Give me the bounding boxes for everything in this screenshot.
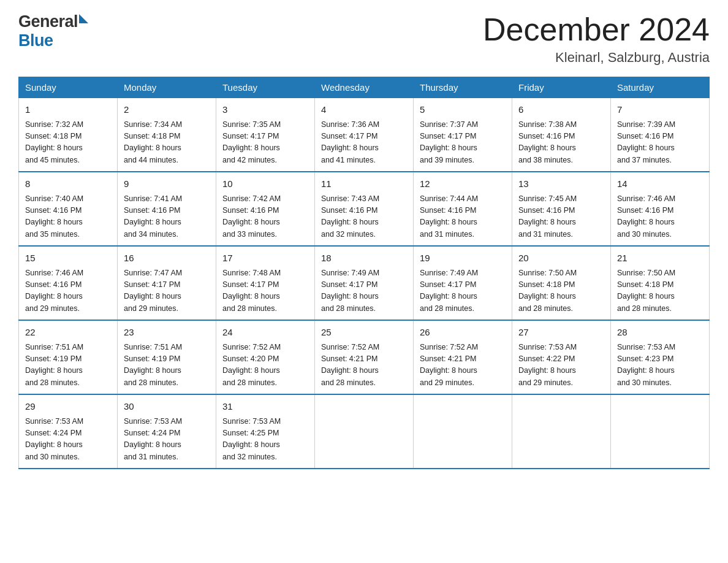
title-area: December 2024 Kleinarl, Salzburg, Austri…: [483, 12, 710, 66]
logo-blue: Blue: [18, 31, 88, 50]
day-info: Sunrise: 7:37 AMSunset: 4:17 PMDaylight:…: [420, 119, 506, 167]
day-number: 18: [321, 251, 407, 266]
day-info: Sunrise: 7:47 AMSunset: 4:17 PMDaylight:…: [124, 267, 210, 315]
day-number: 1: [25, 103, 111, 117]
day-number: 30: [124, 400, 210, 414]
day-info: Sunrise: 7:53 AMSunset: 4:23 PMDaylight:…: [617, 342, 703, 389]
logo-area: General Blue: [18, 12, 88, 50]
calendar-cell: 6Sunrise: 7:38 AMSunset: 4:16 PMDaylight…: [512, 98, 611, 172]
day-info: Sunrise: 7:53 AMSunset: 4:24 PMDaylight:…: [25, 416, 111, 464]
calendar-cell: 12Sunrise: 7:44 AMSunset: 4:16 PMDayligh…: [414, 172, 512, 246]
day-info: Sunrise: 7:52 AMSunset: 4:20 PMDaylight:…: [222, 342, 308, 389]
day-number: 7: [617, 103, 703, 117]
day-info: Sunrise: 7:34 AMSunset: 4:18 PMDaylight:…: [124, 119, 210, 167]
day-number: 2: [124, 103, 210, 117]
calendar-cell: [414, 394, 512, 469]
calendar-cell: 16Sunrise: 7:47 AMSunset: 4:17 PMDayligh…: [118, 246, 216, 320]
day-number: 15: [25, 251, 111, 266]
day-info: Sunrise: 7:52 AMSunset: 4:21 PMDaylight:…: [420, 342, 506, 389]
day-number: 19: [420, 251, 506, 266]
day-info: Sunrise: 7:44 AMSunset: 4:16 PMDaylight:…: [420, 193, 506, 241]
day-info: Sunrise: 7:53 AMSunset: 4:25 PMDaylight:…: [222, 416, 308, 464]
day-number: 28: [617, 326, 703, 340]
day-info: Sunrise: 7:53 AMSunset: 4:24 PMDaylight:…: [124, 416, 210, 464]
day-info: Sunrise: 7:32 AMSunset: 4:18 PMDaylight:…: [25, 119, 111, 167]
calendar-cell: 17Sunrise: 7:48 AMSunset: 4:17 PMDayligh…: [216, 246, 315, 320]
calendar-cell: 13Sunrise: 7:45 AMSunset: 4:16 PMDayligh…: [512, 172, 611, 246]
calendar-cell: [611, 394, 710, 469]
day-number: 25: [321, 326, 407, 340]
day-info: Sunrise: 7:48 AMSunset: 4:17 PMDaylight:…: [222, 267, 308, 315]
calendar-cell: 18Sunrise: 7:49 AMSunset: 4:17 PMDayligh…: [315, 246, 414, 320]
day-info: Sunrise: 7:39 AMSunset: 4:16 PMDaylight:…: [617, 119, 703, 167]
calendar-cell: 24Sunrise: 7:52 AMSunset: 4:20 PMDayligh…: [216, 320, 315, 394]
day-info: Sunrise: 7:50 AMSunset: 4:18 PMDaylight:…: [518, 267, 604, 315]
day-number: 5: [420, 103, 506, 117]
day-number: 9: [124, 177, 210, 191]
day-of-week-sunday: Sunday: [19, 77, 118, 98]
day-number: 12: [420, 177, 506, 191]
day-info: Sunrise: 7:40 AMSunset: 4:16 PMDaylight:…: [25, 193, 111, 241]
calendar-table: SundayMondayTuesdayWednesdayThursdayFrid…: [18, 77, 710, 469]
day-info: Sunrise: 7:42 AMSunset: 4:16 PMDaylight:…: [222, 193, 308, 241]
day-of-week-saturday: Saturday: [611, 77, 710, 98]
day-number: 10: [222, 177, 308, 191]
calendar-cell: 3Sunrise: 7:35 AMSunset: 4:17 PMDaylight…: [216, 98, 315, 172]
day-number: 22: [25, 326, 111, 340]
day-number: 27: [518, 326, 604, 340]
day-number: 13: [518, 177, 604, 191]
day-number: 14: [617, 177, 703, 191]
calendar-week-2: 8Sunrise: 7:40 AMSunset: 4:16 PMDaylight…: [19, 172, 710, 246]
month-title: December 2024: [483, 12, 710, 47]
day-number: 3: [222, 103, 308, 117]
day-info: Sunrise: 7:52 AMSunset: 4:21 PMDaylight:…: [321, 342, 407, 389]
location-title: Kleinarl, Salzburg, Austria: [483, 50, 710, 66]
calendar-cell: 8Sunrise: 7:40 AMSunset: 4:16 PMDaylight…: [19, 172, 118, 246]
day-of-week-wednesday: Wednesday: [315, 77, 414, 98]
logo: General Blue: [18, 12, 88, 50]
calendar-cell: 20Sunrise: 7:50 AMSunset: 4:18 PMDayligh…: [512, 246, 611, 320]
day-number: 16: [124, 251, 210, 266]
calendar-cell: [315, 394, 414, 469]
day-number: 6: [518, 103, 604, 117]
day-number: 21: [617, 251, 703, 266]
calendar-week-4: 22Sunrise: 7:51 AMSunset: 4:19 PMDayligh…: [19, 320, 710, 394]
day-info: Sunrise: 7:35 AMSunset: 4:17 PMDaylight:…: [222, 119, 308, 167]
logo-general: General: [18, 12, 88, 31]
day-info: Sunrise: 7:46 AMSunset: 4:16 PMDaylight:…: [25, 267, 111, 315]
calendar-cell: 30Sunrise: 7:53 AMSunset: 4:24 PMDayligh…: [118, 394, 216, 469]
days-of-week-row: SundayMondayTuesdayWednesdayThursdayFrid…: [19, 77, 710, 98]
day-info: Sunrise: 7:43 AMSunset: 4:16 PMDaylight:…: [321, 193, 407, 241]
day-number: 23: [124, 326, 210, 340]
calendar-header: SundayMondayTuesdayWednesdayThursdayFrid…: [19, 77, 710, 98]
calendar-body: 1Sunrise: 7:32 AMSunset: 4:18 PMDaylight…: [19, 98, 710, 469]
page-header: General Blue December 2024 Kleinarl, Sal…: [18, 12, 710, 66]
calendar-cell: [512, 394, 611, 469]
day-of-week-thursday: Thursday: [414, 77, 512, 98]
day-number: 4: [321, 103, 407, 117]
day-info: Sunrise: 7:50 AMSunset: 4:18 PMDaylight:…: [617, 267, 703, 315]
day-info: Sunrise: 7:51 AMSunset: 4:19 PMDaylight:…: [124, 342, 210, 389]
day-info: Sunrise: 7:49 AMSunset: 4:17 PMDaylight:…: [321, 267, 407, 315]
calendar-cell: 7Sunrise: 7:39 AMSunset: 4:16 PMDaylight…: [611, 98, 710, 172]
calendar-cell: 15Sunrise: 7:46 AMSunset: 4:16 PMDayligh…: [19, 246, 118, 320]
day-number: 31: [222, 400, 308, 414]
calendar-cell: 4Sunrise: 7:36 AMSunset: 4:17 PMDaylight…: [315, 98, 414, 172]
day-number: 11: [321, 177, 407, 191]
calendar-cell: 31Sunrise: 7:53 AMSunset: 4:25 PMDayligh…: [216, 394, 315, 469]
day-info: Sunrise: 7:46 AMSunset: 4:16 PMDaylight:…: [617, 193, 703, 241]
day-number: 20: [518, 251, 604, 266]
day-info: Sunrise: 7:45 AMSunset: 4:16 PMDaylight:…: [518, 193, 604, 241]
day-number: 29: [25, 400, 111, 414]
calendar-cell: 2Sunrise: 7:34 AMSunset: 4:18 PMDaylight…: [118, 98, 216, 172]
day-info: Sunrise: 7:38 AMSunset: 4:16 PMDaylight:…: [518, 119, 604, 167]
day-info: Sunrise: 7:51 AMSunset: 4:19 PMDaylight:…: [25, 342, 111, 389]
calendar-cell: 1Sunrise: 7:32 AMSunset: 4:18 PMDaylight…: [19, 98, 118, 172]
calendar-week-1: 1Sunrise: 7:32 AMSunset: 4:18 PMDaylight…: [19, 98, 710, 172]
calendar-cell: 25Sunrise: 7:52 AMSunset: 4:21 PMDayligh…: [315, 320, 414, 394]
day-of-week-friday: Friday: [512, 77, 611, 98]
day-of-week-monday: Monday: [118, 77, 216, 98]
calendar-cell: 14Sunrise: 7:46 AMSunset: 4:16 PMDayligh…: [611, 172, 710, 246]
day-info: Sunrise: 7:49 AMSunset: 4:17 PMDaylight:…: [420, 267, 506, 315]
logo-text: General Blue: [18, 12, 88, 50]
